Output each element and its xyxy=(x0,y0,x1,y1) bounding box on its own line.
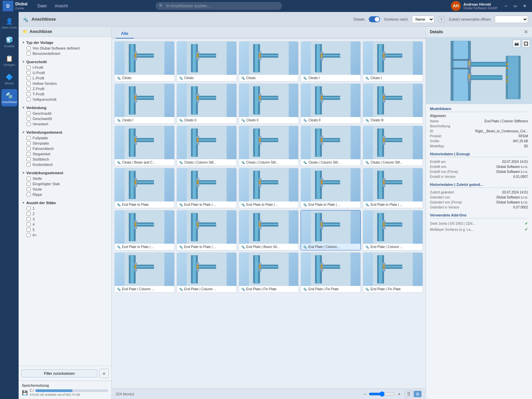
filter-item-knotenblech[interactable]: Knotenblech xyxy=(19,162,111,167)
filter-item-stegwinkel[interactable]: Stegwinkel xyxy=(19,151,111,157)
filter-item-verankert[interactable]: Verankert xyxy=(19,121,111,127)
grid-card-15[interactable]: 🔩 End Plate to Plate xyxy=(114,168,175,208)
grid-card-2[interactable]: 🔩 Cleats xyxy=(239,41,299,81)
filter-item-eingefuegt[interactable]: Eingefügter Stab xyxy=(19,181,111,187)
card-img-24 xyxy=(363,210,423,244)
grid-card-16[interactable]: 🔩 End Plate to Plate | ... xyxy=(177,168,237,208)
grid-card-23[interactable]: 🔩 End Plate | Column... xyxy=(301,210,361,250)
grid-card-24[interactable]: 🔩 End Plate | Column ... xyxy=(363,210,423,250)
filter-item-fussplatte[interactable]: Fußplatte xyxy=(19,135,111,141)
grid-card-13[interactable]: 🔩 Cleats | Column Stif... xyxy=(301,126,361,166)
grid-card-9[interactable]: 🔩 Cleats III xyxy=(363,83,423,124)
grid-card-0[interactable]: 🔩 Cleats xyxy=(114,41,175,81)
filter-item-tprofil[interactable]: T-Profil xyxy=(19,91,111,97)
filter-section-verb-header[interactable]: ▼ Verbindung xyxy=(19,105,111,111)
search-input[interactable] xyxy=(156,2,282,10)
filter-item-1[interactable]: 1 xyxy=(19,206,111,211)
grid-card-26[interactable]: 🔩 End Plate | Column ... xyxy=(177,252,237,293)
filter-item-zprofil[interactable]: Z-Profil xyxy=(19,86,111,91)
grid-card-10[interactable]: 🔩 Cleats | Beam and C... xyxy=(114,126,175,166)
filter-section-verbelem-label: Verbindungselement xyxy=(26,130,62,134)
filter-item-vollquer[interactable]: Vollquerschnitt xyxy=(19,97,111,102)
storage-fill xyxy=(35,389,72,392)
nav-item-mein-konto[interactable]: 👤 Mein Konto xyxy=(1,15,17,32)
grid-card-3[interactable]: 🔩 Cleats I xyxy=(301,41,361,81)
nav-item-modelle[interactable]: 🧊 Modelle xyxy=(1,33,17,51)
nav-item-vorlagen[interactable]: 📋 Vorlagen xyxy=(1,52,17,69)
menu-ansicht[interactable]: Ansicht xyxy=(52,2,71,10)
svg-point-219 xyxy=(383,182,385,183)
filter-section-typ-header[interactable]: ▼ Typ der Vorlage xyxy=(19,40,111,46)
filter-item-2[interactable]: 2 xyxy=(19,211,111,216)
tab-alle[interactable]: Alle xyxy=(116,29,134,39)
grid-card-17[interactable]: 🔩 End Plate to Plate | ... xyxy=(239,168,299,208)
menu-datei[interactable]: Datei xyxy=(34,2,50,10)
grid-card-18[interactable]: 🔩 End Plate to Plate | ... xyxy=(301,168,361,208)
filter-star-button[interactable]: ★ xyxy=(99,369,109,378)
zoom-in-button[interactable]: + xyxy=(397,391,402,397)
filter-item-iprofil[interactable]: I-Profil xyxy=(19,65,111,70)
filter-section-anzahl-header[interactable]: ▼ Anzahl der Stäbe xyxy=(19,200,111,206)
zoom-out-button[interactable]: − xyxy=(362,391,367,397)
filter-section-verbelem: ▼ Verbindungselement Fußplatte Stirnplat… xyxy=(19,128,111,169)
grid-card-4[interactable]: 🔩 Cleats I xyxy=(363,41,423,81)
filter-reset-button[interactable]: Filter zurücksetzen xyxy=(21,369,97,377)
nav-item-bloecke[interactable]: 🔷 Blöcke xyxy=(1,70,17,88)
filter-item-hollow[interactable]: Hollow Section xyxy=(19,81,111,86)
svg-rect-50 xyxy=(384,56,402,58)
grid-card-7[interactable]: 🔩 Cleats II xyxy=(239,83,299,124)
grid-card-21[interactable]: 🔩 End Plate to Plate | ... xyxy=(177,210,237,250)
filter-item-dlubal[interactable]: Von Dlubal Software definiert xyxy=(19,46,111,51)
grid-card-28[interactable]: 🔩 End Plate | Fin Plate xyxy=(301,252,361,293)
filter-item-voute[interactable]: Voute xyxy=(19,187,111,192)
filter-section-quer-header[interactable]: ▼ Querschnitt xyxy=(19,59,111,65)
filter-item-steife[interactable]: Steife xyxy=(19,176,111,181)
zoom-slider[interactable] xyxy=(369,391,395,397)
card-text-5: Cleats I xyxy=(122,118,133,122)
filter-item-benutzerdefiniert[interactable]: Benutzerdefiniert xyxy=(19,51,111,56)
grid-card-14[interactable]: 🔩 Cleats | Column Stif... xyxy=(363,126,423,166)
grid-card-6[interactable]: 🔩 Cleats II xyxy=(177,83,237,124)
filter-item-geschweisst[interactable]: Geschweißt xyxy=(19,116,111,121)
filter-item-fahnenblech[interactable]: Fahnenblech xyxy=(19,146,111,151)
filter-item-lprofil[interactable]: L-Profil xyxy=(19,75,111,81)
grid-card-1[interactable]: 🔩 Cleats xyxy=(177,41,237,81)
recent-select[interactable] xyxy=(495,16,528,23)
grid-card-12[interactable]: 🔩 Cleats | Column Stif... xyxy=(239,126,299,166)
sort-direction-button[interactable]: ↑ xyxy=(438,16,445,23)
maximize-button[interactable]: ▭ xyxy=(511,1,520,11)
filter-item-stirnplatte[interactable]: Stirnplatte xyxy=(19,141,111,146)
details-close-button[interactable]: ✕ xyxy=(524,29,528,35)
main-area: 🔩 Anschlüsse Details Sortieren nach Name… xyxy=(19,12,532,399)
close-button[interactable]: ✕ xyxy=(520,1,529,11)
grid-card-29[interactable]: 🔩 End Plate | Fin Plate xyxy=(363,252,423,293)
filter-item-rippe[interactable]: Rippe xyxy=(19,192,111,197)
sort-select[interactable]: Name Datum Größe xyxy=(412,16,434,23)
grid-card-22[interactable]: 🔩 End Plate | Beam Sti... xyxy=(239,210,299,250)
grid-card-25[interactable]: 🔩 End Plate | Column ... xyxy=(114,252,175,293)
details-toggle[interactable] xyxy=(369,16,380,22)
filter-item-geschraubt[interactable]: Geschraubt xyxy=(19,111,111,116)
filter-item-uprofil[interactable]: U-Profil xyxy=(19,70,111,75)
grid-view-button[interactable]: ⊞ xyxy=(414,391,422,397)
nav-item-anschluesse[interactable]: 🔩 Anschlüsse xyxy=(1,89,17,106)
filter-item-3[interactable]: 3 xyxy=(19,216,111,222)
svg-rect-321 xyxy=(377,255,379,283)
filter-item-5[interactable]: 5 xyxy=(19,227,111,232)
filter-item-6plus[interactable]: 6+ xyxy=(19,232,111,238)
minimize-button[interactable]: ─ xyxy=(501,1,511,11)
filter-item-4[interactable]: 4 xyxy=(19,222,111,227)
grid-card-11[interactable]: 🔩 Cleats | Column Stif... xyxy=(177,126,237,166)
filter-section-verst-header[interactable]: ▼ Verstärkungselement xyxy=(19,170,111,176)
grid-card-19[interactable]: 🔩 End Plate to Plate | ... xyxy=(363,168,423,208)
preview-view-btn1[interactable]: 📷 xyxy=(513,40,521,48)
list-view-button[interactable]: ☰ xyxy=(405,391,413,397)
grid-card-8[interactable]: 🔩 Cleats II xyxy=(301,83,361,124)
grid-card-5[interactable]: 🔩 Cleats I xyxy=(114,83,175,124)
avatar: AH xyxy=(451,1,461,11)
filter-section-verbelem-header[interactable]: ▼ Verbindungselement xyxy=(19,129,111,135)
grid-card-27[interactable]: 🔩 End Plate | Fin Plate xyxy=(239,252,299,293)
preview-view-btn2[interactable]: 🔲 xyxy=(522,40,530,48)
grid-card-20[interactable]: 🔩 End Plate to Plate | ... xyxy=(114,210,175,250)
filter-item-stossblech[interactable]: Stoßblech xyxy=(19,157,111,162)
